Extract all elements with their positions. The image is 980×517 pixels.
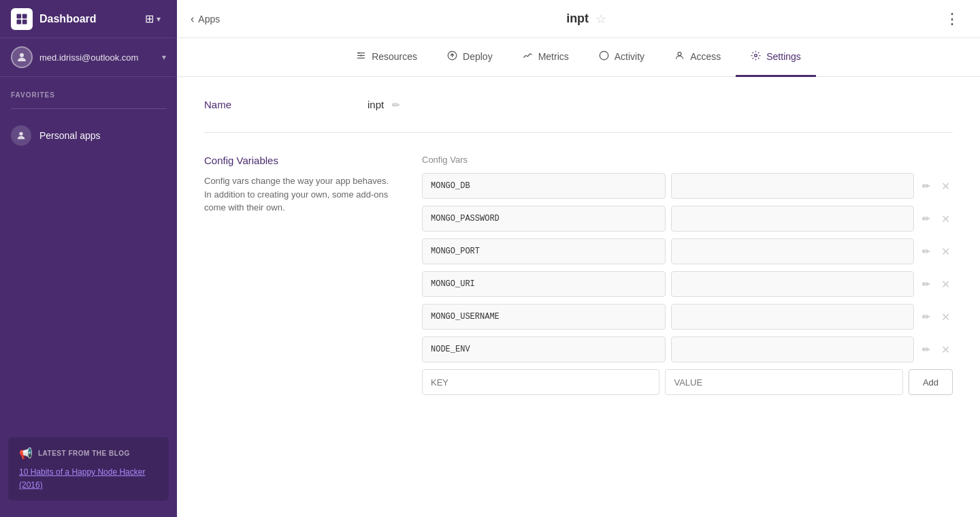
tab-metrics[interactable]: Metrics xyxy=(508,38,584,77)
name-value-area: inpt ✏ xyxy=(368,99,400,110)
config-edit-button[interactable]: ✏ xyxy=(919,178,933,194)
config-description-panel: Config Variables Config vars change the … xyxy=(204,155,395,395)
add-config-button[interactable]: Add xyxy=(909,369,953,395)
new-value-input[interactable] xyxy=(665,369,902,395)
back-arrow-icon: ‹ xyxy=(191,13,194,25)
sidebar-logo xyxy=(11,8,33,30)
tab-deploy-label: Deploy xyxy=(463,51,493,62)
svg-rect-2 xyxy=(17,19,22,24)
config-edit-button[interactable]: ✏ xyxy=(919,341,933,358)
tab-access-label: Access xyxy=(690,51,721,62)
config-delete-button[interactable]: ✕ xyxy=(938,177,953,195)
blog-icon: 📢 xyxy=(19,447,33,460)
edit-name-icon[interactable]: ✏ xyxy=(392,99,400,110)
favorites-label: FAVORITES xyxy=(11,91,55,99)
personal-apps-icon xyxy=(11,125,31,146)
config-value-input[interactable] xyxy=(671,238,915,264)
settings-content: Name inpt ✏ Config Variables Config vars… xyxy=(177,77,980,517)
config-key-input[interactable] xyxy=(422,336,666,362)
deploy-icon xyxy=(447,50,457,63)
svg-rect-0 xyxy=(17,14,22,18)
config-edit-button[interactable]: ✏ xyxy=(919,309,933,325)
tab-settings[interactable]: Settings xyxy=(736,38,816,77)
name-field-label: Name xyxy=(204,99,368,110)
config-vars-panel: Config Vars ✏ ✕ ✏ ✕ xyxy=(422,155,953,395)
settings-icon xyxy=(751,50,761,63)
svg-point-5 xyxy=(19,132,22,136)
config-row: ✏ ✕ xyxy=(422,173,953,199)
config-row: ✏ ✕ xyxy=(422,336,953,362)
user-email: med.idrissi@outlook.com xyxy=(39,52,162,63)
config-row: ✏ ✕ xyxy=(422,206,953,232)
avatar xyxy=(11,46,33,68)
user-chevron-icon: ▾ xyxy=(162,52,166,62)
tab-metrics-label: Metrics xyxy=(538,51,569,62)
tab-deploy[interactable]: Deploy xyxy=(432,38,508,77)
svg-rect-3 xyxy=(22,19,27,24)
new-key-input[interactable] xyxy=(422,369,659,395)
favorites-section: FAVORITES xyxy=(0,77,177,114)
tab-access[interactable]: Access xyxy=(659,38,736,77)
app-name-value: inpt xyxy=(368,99,384,110)
nav-tabs: Resources Deploy Metrics xyxy=(177,38,980,77)
config-key-input[interactable] xyxy=(422,173,666,199)
star-icon[interactable]: ☆ xyxy=(595,12,606,27)
config-row: ✏ ✕ xyxy=(422,238,953,264)
svg-point-12 xyxy=(600,51,608,60)
apps-grid-button[interactable]: ⊞ ▾ xyxy=(140,10,166,28)
user-section[interactable]: med.idrissi@outlook.com ▾ xyxy=(0,38,177,77)
config-edit-button[interactable]: ✏ xyxy=(919,276,933,292)
tab-settings-label: Settings xyxy=(766,51,801,62)
config-value-input[interactable] xyxy=(671,271,915,297)
app-name-area: inpt ☆ xyxy=(233,12,939,27)
main-content: ‹ Apps inpt ☆ ⋮ Resources Dep xyxy=(177,0,980,517)
config-title: Config Variables xyxy=(204,155,395,166)
config-edit-button[interactable]: ✏ xyxy=(919,243,933,260)
metrics-icon xyxy=(523,50,533,63)
config-key-input[interactable] xyxy=(422,304,666,330)
personal-apps-item[interactable]: Personal apps xyxy=(0,117,177,154)
blog-link[interactable]: 10 Habits of a Happy Node Hacker (2016) xyxy=(19,467,145,490)
name-section: Name inpt ✏ xyxy=(204,99,953,133)
config-delete-button[interactable]: ✕ xyxy=(938,210,953,228)
config-row: ✏ ✕ xyxy=(422,304,953,330)
sidebar: Dashboard ⊞ ▾ med.idrissi@outlook.com ▾ … xyxy=(0,0,177,517)
blog-header: 📢 LATEST FROM THE BLOG xyxy=(19,447,158,460)
config-row: ✏ ✕ xyxy=(422,271,953,297)
config-value-input[interactable] xyxy=(671,336,915,362)
config-delete-button[interactable]: ✕ xyxy=(938,341,953,359)
tab-activity-label: Activity xyxy=(615,51,644,62)
config-edit-button[interactable]: ✏ xyxy=(919,210,933,227)
chevron-down-icon: ▾ xyxy=(157,14,161,24)
apps-grid-icon: ⊞ xyxy=(145,12,154,25)
config-key-input[interactable] xyxy=(422,206,666,232)
config-delete-button[interactable]: ✕ xyxy=(938,275,953,294)
topbar: ‹ Apps inpt ☆ ⋮ xyxy=(177,0,980,38)
personal-apps-label: Personal apps xyxy=(39,130,101,141)
blog-section: 📢 LATEST FROM THE BLOG 10 Habits of a Ha… xyxy=(8,437,169,501)
tab-resources[interactable]: Resources xyxy=(341,38,432,77)
favorites-divider xyxy=(11,108,166,109)
config-delete-button[interactable]: ✕ xyxy=(938,242,953,261)
config-value-input[interactable] xyxy=(671,173,915,199)
tab-resources-label: Resources xyxy=(372,51,417,62)
config-key-input[interactable] xyxy=(422,238,666,264)
svg-point-4 xyxy=(20,53,24,57)
svg-point-13 xyxy=(678,52,681,56)
config-vars-label: Config Vars xyxy=(422,155,953,165)
config-value-input[interactable] xyxy=(671,304,915,330)
blog-title-label: LATEST FROM THE BLOG xyxy=(38,450,130,457)
config-key-input[interactable] xyxy=(422,271,666,297)
config-value-input[interactable] xyxy=(671,206,915,232)
sidebar-header: Dashboard ⊞ ▾ xyxy=(0,0,177,38)
config-delete-button[interactable]: ✕ xyxy=(938,308,953,326)
back-button[interactable]: ‹ Apps xyxy=(191,13,220,25)
tab-activity[interactable]: Activity xyxy=(584,38,659,77)
access-icon xyxy=(674,50,685,63)
config-section: Config Variables Config vars change the … xyxy=(204,133,953,395)
svg-point-14 xyxy=(755,54,757,57)
app-name: inpt xyxy=(566,12,589,26)
more-menu-button[interactable]: ⋮ xyxy=(939,7,966,31)
config-description: Config vars change the way your app beha… xyxy=(204,174,395,215)
activity-icon xyxy=(599,50,609,63)
